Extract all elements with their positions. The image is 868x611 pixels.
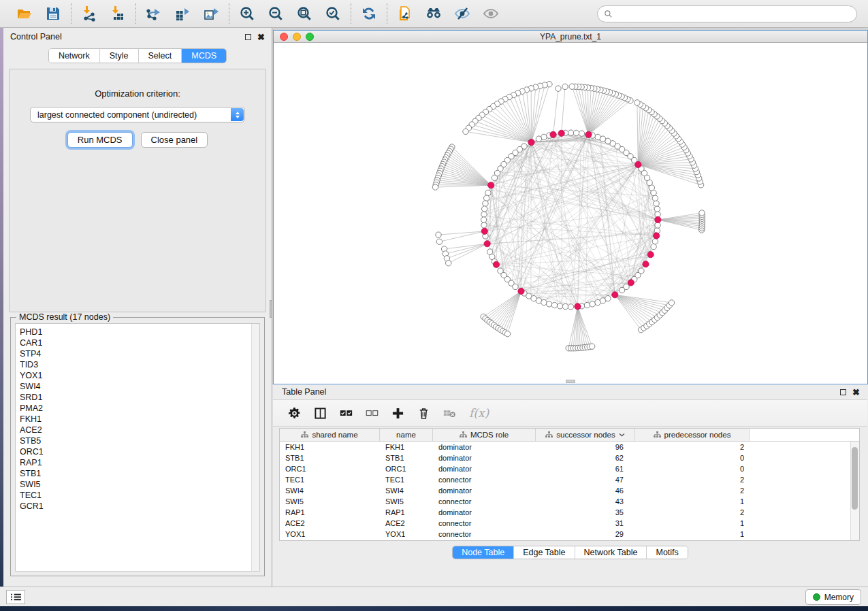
search-input[interactable] (617, 9, 850, 18)
table-scrollbar-thumb[interactable] (852, 447, 858, 510)
refresh-icon[interactable] (359, 4, 379, 23)
attribute-type-icon (545, 431, 553, 438)
table-row[interactable]: YOX1YOX1connector291 (280, 529, 850, 540)
task-history-button[interactable] (6, 590, 25, 604)
table-row[interactable]: TEC1TEC1connector472 (280, 474, 850, 485)
export-table-icon[interactable] (173, 4, 192, 23)
close-panel-icon[interactable]: ✖ (257, 33, 265, 42)
mcds-result-item[interactable]: GCR1 (20, 501, 259, 512)
delete-icon[interactable] (417, 404, 430, 422)
zoom-selected-icon[interactable] (323, 4, 342, 23)
mcds-result-item[interactable]: TEC1 (20, 490, 259, 501)
mcds-result-item[interactable]: YOX1 (20, 370, 259, 381)
mcds-result-item[interactable]: STP4 (20, 348, 259, 359)
table-row[interactable]: PHD1PHD1dominator180 (280, 540, 850, 540)
gear-icon[interactable] (288, 404, 301, 422)
import-table-icon[interactable] (108, 4, 127, 23)
close-table-panel-icon[interactable]: ✖ (852, 388, 860, 397)
column-header-predecessor-nodes[interactable]: predecessor nodes (635, 429, 750, 441)
table-cell: 43 (536, 497, 635, 506)
zoom-fit-icon[interactable] (295, 4, 314, 23)
table-row[interactable]: STB1STB1dominator620 (280, 452, 850, 463)
deselect-all-icon[interactable] (366, 404, 379, 422)
network-window-titlebar[interactable]: YPA_prune.txt_1 (274, 31, 867, 43)
desktop-wallpaper-bottom (0, 606, 868, 611)
export-image-icon[interactable] (202, 4, 221, 23)
tab-network[interactable]: Network (49, 49, 100, 63)
close-panel-button[interactable]: Close panel (141, 132, 208, 148)
table-cell: STB1 (380, 454, 433, 462)
mcds-result-title: MCDS result (17 nodes) (16, 312, 113, 322)
table-scrollbar[interactable] (850, 442, 859, 540)
network-view-window: YPA_prune.txt_1 (273, 30, 868, 384)
network-window-title: YPA_prune.txt_1 (274, 32, 867, 42)
select-all-icon[interactable] (340, 404, 353, 422)
table-cell: dominator (433, 443, 536, 451)
mcds-result-item[interactable]: STB5 (20, 435, 259, 446)
tab-motifs[interactable]: Motifs (647, 546, 687, 559)
hide-selected-icon[interactable] (453, 4, 472, 23)
column-header-shared-name[interactable]: shared name (280, 429, 380, 441)
zoom-out-icon[interactable] (266, 4, 285, 23)
tab-style[interactable]: Style (100, 49, 139, 63)
tab-select[interactable]: Select (139, 49, 182, 63)
mcds-result-item[interactable]: ORC1 (20, 446, 259, 457)
table-cell: 2 (635, 508, 750, 516)
table-cell: 2 (635, 476, 750, 484)
export-network-icon[interactable] (144, 4, 163, 23)
column-header-successor-nodes[interactable]: successor nodes (536, 429, 635, 441)
table-row[interactable]: SWI4SWI4dominator462 (280, 485, 850, 496)
table-cell: connector (433, 530, 536, 538)
run-mcds-button[interactable]: Run MCDS (67, 132, 133, 148)
mcds-result-item[interactable]: ACE2 (20, 425, 259, 435)
add-icon[interactable] (391, 404, 404, 422)
mcds-result-item[interactable]: CAR1 (20, 337, 259, 348)
mcds-result-item[interactable]: PMA2 (20, 403, 259, 414)
node-table: shared namenameMCDS rolesuccessor nodesp… (279, 428, 860, 541)
table-cell: FKH1 (380, 443, 433, 451)
import-network-icon[interactable] (80, 4, 99, 23)
mcds-result-item[interactable]: RAP1 (20, 457, 259, 468)
memory-button[interactable]: Memory (805, 589, 861, 605)
columns-icon[interactable] (314, 404, 327, 422)
zoom-in-icon[interactable] (238, 4, 257, 23)
table-cell: SWI5 (380, 497, 433, 506)
tab-node-table[interactable]: Node Table (453, 546, 514, 559)
mcds-result-item[interactable]: PHD1 (20, 327, 259, 337)
table-row[interactable]: SWI5SWI5connector431 (280, 496, 850, 507)
optimization-select[interactable]: largest connected component (undirected) (30, 107, 245, 122)
mcds-result-item[interactable]: TID3 (20, 359, 259, 370)
save-session-icon[interactable] (44, 4, 63, 23)
column-header-mcds-role[interactable]: MCDS role (433, 429, 536, 441)
status-bar: Memory (0, 587, 868, 606)
mcds-list-scrollbar[interactable] (251, 324, 259, 571)
table-cell: dominator (433, 508, 536, 516)
network-canvas[interactable] (274, 43, 867, 384)
mcds-result-item[interactable]: SWI5 (20, 479, 259, 490)
table-row[interactable]: RAP1RAP1dominator352 (280, 507, 850, 518)
table-toolbar: f(x) (273, 399, 867, 427)
column-header-name[interactable]: name (380, 429, 433, 441)
table-row[interactable]: FKH1FKH1dominator962 (280, 442, 850, 452)
mcds-result-group: MCDS result (17 nodes) PHD1CAR1STP4TID3Y… (10, 317, 265, 576)
panel-splitter-handle[interactable] (270, 300, 272, 318)
mcds-result-item[interactable]: SRD1 (20, 392, 259, 403)
mcds-result-list[interactable]: PHD1CAR1STP4TID3YOX1SWI4SRD1PMA2FKH1ACE2… (15, 323, 260, 572)
float-table-panel-icon[interactable] (840, 389, 846, 395)
mcds-result-item[interactable]: STB1 (20, 468, 259, 479)
tab-mcds[interactable]: MCDS (182, 49, 226, 63)
find-network-icon[interactable] (424, 4, 443, 23)
float-panel-icon[interactable] (245, 34, 251, 40)
table-row[interactable]: ORC1ORC1dominator610 (280, 463, 850, 474)
table-body: FKH1FKH1dominator962STB1STB1dominator620… (280, 442, 850, 540)
tab-network-table[interactable]: Network Table (575, 546, 647, 559)
tab-edge-table[interactable]: Edge Table (514, 546, 575, 559)
network-graph[interactable] (274, 43, 867, 384)
clone-network-icon[interactable] (396, 4, 415, 23)
table-row[interactable]: ACE2ACE2connector311 (280, 518, 850, 529)
open-session-icon[interactable] (15, 4, 34, 23)
mcds-result-item[interactable]: FKH1 (20, 414, 259, 425)
canvas-splitter-handle[interactable] (566, 380, 575, 383)
search-field[interactable] (597, 5, 857, 22)
mcds-result-item[interactable]: SWI4 (20, 381, 259, 392)
